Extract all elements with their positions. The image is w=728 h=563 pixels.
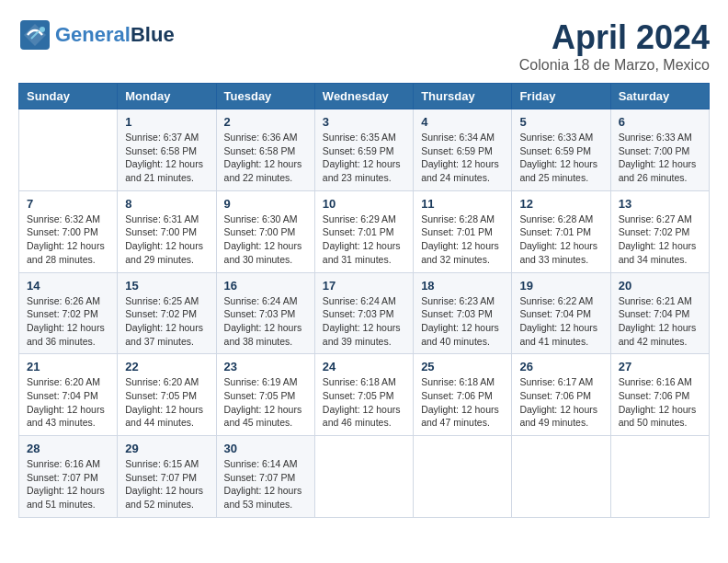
day-number: 22 — [125, 360, 208, 373]
calendar-cell: 24Sunrise: 6:18 AM Sunset: 7:05 PM Dayli… — [314, 354, 413, 436]
day-info: Sunrise: 6:34 AM Sunset: 6:59 PM Dayligh… — [421, 131, 504, 185]
calendar-title-area: April 2024 Colonia 18 de Marzo, Mexico — [519, 18, 710, 74]
calendar-cell: 27Sunrise: 6:16 AM Sunset: 7:06 PM Dayli… — [610, 354, 709, 436]
calendar-cell: 13Sunrise: 6:27 AM Sunset: 7:02 PM Dayli… — [610, 190, 709, 272]
day-info: Sunrise: 6:20 AM Sunset: 7:05 PM Dayligh… — [125, 375, 208, 430]
day-number: 15 — [125, 279, 208, 293]
day-number: 1 — [125, 115, 208, 129]
day-number: 9 — [224, 197, 307, 211]
day-number: 19 — [519, 279, 602, 293]
calendar-cell: 15Sunrise: 6:25 AM Sunset: 7:02 PM Dayli… — [118, 272, 216, 354]
day-number: 4 — [421, 115, 504, 129]
calendar-cell — [314, 436, 413, 518]
weekday-header-tuesday: Tuesday — [216, 84, 314, 109]
day-number: 10 — [323, 197, 405, 211]
calendar-cell — [19, 109, 118, 191]
calendar-cell — [512, 436, 610, 518]
day-number: 25 — [421, 360, 504, 373]
calendar-cell: 19Sunrise: 6:22 AM Sunset: 7:04 PM Dayli… — [512, 272, 610, 354]
day-info: Sunrise: 6:25 AM Sunset: 7:02 PM Dayligh… — [125, 294, 208, 349]
day-number: 20 — [619, 279, 701, 293]
calendar-cell: 9Sunrise: 6:30 AM Sunset: 7:00 PM Daylig… — [216, 190, 314, 272]
day-info: Sunrise: 6:15 AM Sunset: 7:07 PM Dayligh… — [125, 457, 208, 511]
calendar-cell — [610, 436, 709, 518]
day-number: 18 — [421, 279, 504, 293]
day-number: 7 — [27, 197, 109, 211]
day-info: Sunrise: 6:31 AM Sunset: 7:00 PM Dayligh… — [125, 213, 208, 267]
calendar-cell: 23Sunrise: 6:19 AM Sunset: 7:05 PM Dayli… — [216, 354, 314, 436]
logo-icon — [18, 18, 51, 52]
day-number: 30 — [224, 442, 307, 455]
calendar-table: SundayMondayTuesdayWednesdayThursdayFrid… — [18, 83, 710, 518]
weekday-header-monday: Monday — [118, 84, 216, 109]
day-info: Sunrise: 6:28 AM Sunset: 7:01 PM Dayligh… — [519, 213, 602, 267]
day-number: 6 — [619, 115, 701, 129]
day-info: Sunrise: 6:19 AM Sunset: 7:05 PM Dayligh… — [224, 375, 307, 430]
day-info: Sunrise: 6:22 AM Sunset: 7:04 PM Dayligh… — [519, 294, 602, 349]
calendar-cell: 22Sunrise: 6:20 AM Sunset: 7:05 PM Dayli… — [118, 354, 216, 436]
weekday-header-thursday: Thursday — [414, 84, 512, 109]
day-number: 13 — [619, 197, 701, 211]
calendar-week-row: 14Sunrise: 6:26 AM Sunset: 7:02 PM Dayli… — [19, 272, 710, 354]
day-number: 5 — [519, 115, 602, 129]
day-number: 16 — [224, 279, 307, 293]
calendar-cell: 29Sunrise: 6:15 AM Sunset: 7:07 PM Dayli… — [118, 436, 216, 518]
day-number: 27 — [619, 360, 701, 373]
day-info: Sunrise: 6:36 AM Sunset: 6:58 PM Dayligh… — [224, 131, 307, 185]
day-number: 28 — [27, 442, 109, 455]
weekday-header-wednesday: Wednesday — [314, 84, 413, 109]
day-info: Sunrise: 6:16 AM Sunset: 7:06 PM Dayligh… — [619, 375, 701, 430]
calendar-cell: 4Sunrise: 6:34 AM Sunset: 6:59 PM Daylig… — [414, 109, 512, 191]
weekday-header-saturday: Saturday — [610, 84, 709, 109]
day-number: 23 — [224, 360, 307, 373]
day-info: Sunrise: 6:20 AM Sunset: 7:04 PM Dayligh… — [27, 375, 109, 430]
day-info: Sunrise: 6:23 AM Sunset: 7:03 PM Dayligh… — [421, 294, 504, 349]
calendar-cell: 25Sunrise: 6:18 AM Sunset: 7:06 PM Dayli… — [414, 354, 512, 436]
day-number: 12 — [519, 197, 602, 211]
day-info: Sunrise: 6:29 AM Sunset: 7:01 PM Dayligh… — [323, 213, 405, 267]
calendar-cell: 14Sunrise: 6:26 AM Sunset: 7:02 PM Dayli… — [19, 272, 118, 354]
calendar-cell: 11Sunrise: 6:28 AM Sunset: 7:01 PM Dayli… — [414, 190, 512, 272]
calendar-cell: 1Sunrise: 6:37 AM Sunset: 6:58 PM Daylig… — [118, 109, 216, 191]
day-info: Sunrise: 6:24 AM Sunset: 7:03 PM Dayligh… — [224, 294, 307, 349]
day-number: 11 — [421, 197, 504, 211]
day-info: Sunrise: 6:14 AM Sunset: 7:07 PM Dayligh… — [224, 457, 307, 511]
day-info: Sunrise: 6:21 AM Sunset: 7:04 PM Dayligh… — [619, 294, 701, 349]
calendar-cell: 20Sunrise: 6:21 AM Sunset: 7:04 PM Dayli… — [610, 272, 709, 354]
day-info: Sunrise: 6:18 AM Sunset: 7:05 PM Dayligh… — [323, 375, 405, 430]
day-number: 2 — [224, 115, 307, 129]
calendar-cell: 6Sunrise: 6:33 AM Sunset: 7:00 PM Daylig… — [610, 109, 709, 191]
day-number: 17 — [323, 279, 405, 293]
day-info: Sunrise: 6:30 AM Sunset: 7:00 PM Dayligh… — [224, 213, 307, 267]
calendar-week-row: 7Sunrise: 6:32 AM Sunset: 7:00 PM Daylig… — [19, 190, 710, 272]
calendar-subtitle: Colonia 18 de Marzo, Mexico — [519, 57, 710, 74]
day-info: Sunrise: 6:32 AM Sunset: 7:00 PM Dayligh… — [27, 213, 109, 267]
calendar-cell: 28Sunrise: 6:16 AM Sunset: 7:07 PM Dayli… — [19, 436, 118, 518]
logo: GeneralBlue — [18, 18, 175, 52]
day-number: 14 — [27, 279, 109, 293]
day-number: 24 — [323, 360, 405, 373]
calendar-cell: 17Sunrise: 6:24 AM Sunset: 7:03 PM Dayli… — [314, 272, 413, 354]
day-info: Sunrise: 6:35 AM Sunset: 6:59 PM Dayligh… — [323, 131, 405, 185]
calendar-cell: 26Sunrise: 6:17 AM Sunset: 7:06 PM Dayli… — [512, 354, 610, 436]
day-info: Sunrise: 6:24 AM Sunset: 7:03 PM Dayligh… — [323, 294, 405, 349]
day-number: 3 — [323, 115, 405, 129]
day-info: Sunrise: 6:27 AM Sunset: 7:02 PM Dayligh… — [619, 213, 701, 267]
day-info: Sunrise: 6:16 AM Sunset: 7:07 PM Dayligh… — [27, 457, 109, 511]
day-number: 8 — [125, 197, 208, 211]
calendar-week-row: 21Sunrise: 6:20 AM Sunset: 7:04 PM Dayli… — [19, 354, 710, 436]
day-number: 21 — [27, 360, 109, 373]
day-info: Sunrise: 6:26 AM Sunset: 7:02 PM Dayligh… — [27, 294, 109, 349]
page-header: GeneralBlue April 2024 Colonia 18 de Mar… — [18, 18, 710, 74]
day-number: 26 — [519, 360, 602, 373]
calendar-cell: 2Sunrise: 6:36 AM Sunset: 6:58 PM Daylig… — [216, 109, 314, 191]
calendar-cell: 3Sunrise: 6:35 AM Sunset: 6:59 PM Daylig… — [314, 109, 413, 191]
calendar-cell: 7Sunrise: 6:32 AM Sunset: 7:00 PM Daylig… — [19, 190, 118, 272]
svg-point-2 — [40, 27, 45, 32]
calendar-week-row: 28Sunrise: 6:16 AM Sunset: 7:07 PM Dayli… — [19, 436, 710, 518]
calendar-cell: 10Sunrise: 6:29 AM Sunset: 7:01 PM Dayli… — [314, 190, 413, 272]
day-info: Sunrise: 6:33 AM Sunset: 7:00 PM Dayligh… — [619, 131, 701, 185]
calendar-cell: 30Sunrise: 6:14 AM Sunset: 7:07 PM Dayli… — [216, 436, 314, 518]
calendar-cell: 8Sunrise: 6:31 AM Sunset: 7:00 PM Daylig… — [118, 190, 216, 272]
day-info: Sunrise: 6:37 AM Sunset: 6:58 PM Dayligh… — [125, 131, 208, 185]
